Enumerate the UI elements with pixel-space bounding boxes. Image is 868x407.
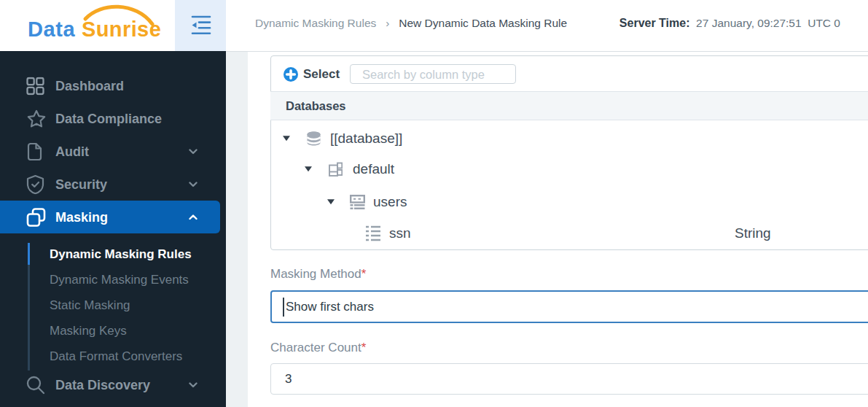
- svg-text:Data: Data: [28, 18, 76, 41]
